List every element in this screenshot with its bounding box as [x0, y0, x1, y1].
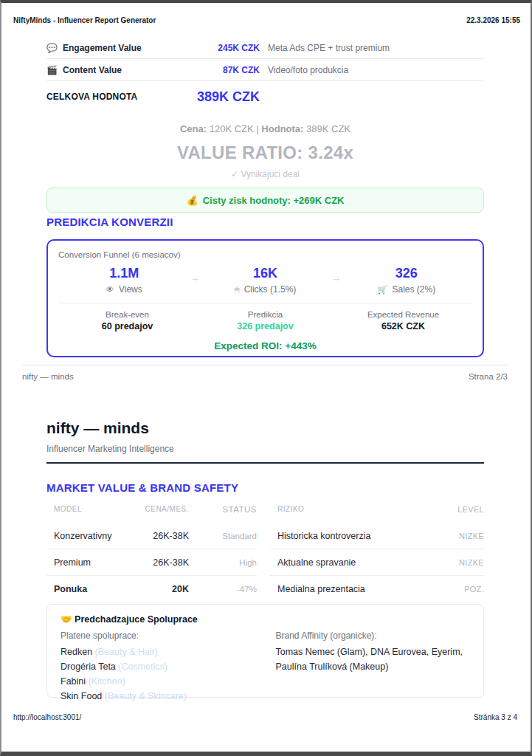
funnel-stage-clicks: 16K 🖱 Clicks (1.5%): [199, 266, 331, 295]
value-row-label: Engagement Value: [63, 43, 171, 53]
cena-value: 120K CZK: [210, 123, 254, 134]
print-header: NiftyMinds - Influencer Report Generator…: [13, 16, 520, 24]
pricing-table: MODEL CENA/MES. STATUS Konzervativny 26K…: [46, 502, 257, 602]
brand-logo-text: nifty — minds: [46, 419, 484, 437]
mouse-icon: 🖱: [235, 285, 240, 294]
status-cell: -47%: [189, 585, 257, 594]
value-row-label: Content Value: [63, 65, 171, 75]
total-label: CELKOVA HODNOTA: [46, 92, 171, 102]
shopping-cart-icon: 🛒: [377, 285, 387, 294]
cena-label: Cena:: [180, 123, 207, 134]
handshake-icon: 🤝: [61, 614, 72, 625]
funnel-title: Conversion Funnel (6 mesiacov): [58, 250, 472, 259]
risk-cell: Historicka kontroverzia: [277, 531, 418, 541]
hodnota-label: Hodnota:: [261, 123, 303, 134]
stage-label: 👁 Views: [58, 284, 190, 295]
stat-value: 326 predajov: [196, 321, 334, 331]
stat-expected-revenue: Expected Revenue 652K CZK: [334, 310, 472, 331]
table-row: Aktualne spravanie NIZKE: [270, 549, 484, 576]
section-heading-prediction: PREDIKCIA KONVERZII: [46, 216, 173, 228]
print-url: http://localhost:3001/: [13, 713, 81, 721]
separator: |: [256, 123, 258, 134]
funnel-stages: 1.1M 👁 Views → 16K 🖱 Clicks (1.5%) → 326…: [58, 266, 472, 295]
value-breakdown-table: 💬 Engagement Value 245K CZK Meta Ads CPE…: [46, 37, 484, 112]
risk-table: RIZIKO LEVEL Historicka kontroverzia NIZ…: [270, 502, 484, 602]
brand-category: (Beauty & Hair): [95, 647, 158, 657]
list-item: Skin Food (Beauty & Skincare): [61, 689, 255, 704]
collab-title-text: Predchadzajuce Spoluprace: [75, 614, 198, 625]
brand-category: (Kitchen): [89, 676, 125, 687]
stage-label-text: Clicks (1.5%): [244, 284, 297, 295]
money-bag-icon: 💰: [186, 195, 198, 206]
value-row-description: Video/foto produkcia: [268, 65, 348, 75]
net-profit-text: Cisty zisk hodnoty: +269K CZK: [203, 195, 345, 206]
model-cell: Premium: [54, 557, 130, 568]
brand-subtitle: Influencer Marketing Intelligence: [46, 444, 484, 454]
column-header: STATUS: [189, 505, 257, 514]
model-cell: Konzervativny: [54, 531, 130, 541]
funnel-stage-views: 1.1M 👁 Views: [58, 266, 190, 295]
stat-value: 652K CZK: [334, 321, 472, 331]
stage-label: 🖱 Clicks (1.5%): [199, 284, 331, 295]
brand-affinity-label: Brand Affinity (organicke):: [276, 630, 471, 641]
funnel-stats: Break-even 60 predajov Predikcia 326 pre…: [58, 310, 472, 331]
stage-label-text: Views: [119, 284, 142, 295]
pricing-table-header: MODEL CENA/MES. STATUS: [46, 502, 257, 523]
print-preview-page: NiftyMinds - Influencer Report Generator…: [0, 0, 532, 756]
previous-collaborations-card: 🤝 Predchadzajuce Spoluprace Platene spol…: [46, 604, 484, 698]
arrow-right-icon: →: [331, 272, 341, 284]
stage-label: 🛒 Sales (2%): [341, 284, 472, 295]
brand-category: (Cosmetics): [118, 662, 167, 672]
arrow-right-icon: →: [190, 272, 199, 284]
deal-verdict: ✓ Vynikajuci deal: [46, 169, 484, 179]
total-value: 389K CZK: [171, 89, 260, 105]
hodnota-value: 389K CZK: [306, 123, 350, 134]
value-ratio-block: Cena: 120K CZK | Hodnota: 389K CZK VALUE…: [46, 123, 484, 179]
print-datetime: 22.3.2026 15:55: [466, 16, 520, 24]
brand-affinity-list: Tomas Nemec (Glam), DNA Eurovea, Eyerim,…: [276, 645, 471, 674]
eye-icon: 👁: [106, 285, 114, 294]
price-cell: 20K: [130, 584, 189, 594]
value-ratio-headline: VALUE RATIO: 3.24x: [46, 142, 484, 163]
list-item: Drogéria Teta (Cosmetics): [61, 659, 255, 674]
level-cell: NIZKE: [418, 558, 484, 567]
divider: [46, 462, 484, 464]
column-header: CENA/MES.: [130, 505, 189, 514]
stat-label: Expected Revenue: [334, 310, 472, 319]
level-cell: POZ.: [418, 585, 484, 594]
table-row: Premium 26K-38K High: [46, 549, 257, 576]
speech-bubble-icon: 💬: [46, 43, 63, 53]
collab-columns: Platene spoluprace: Redken (Beauty & Hai…: [61, 630, 470, 704]
report-page3-header: nifty — minds Influencer Marketing Intel…: [46, 419, 484, 464]
risk-table-header: RIZIKO LEVEL: [270, 502, 484, 523]
market-tables: MODEL CENA/MES. STATUS Konzervativny 26K…: [46, 502, 484, 602]
brand-affinity-column: Brand Affinity (organicke): Tomas Nemec …: [276, 630, 471, 704]
level-cell: NIZKE: [418, 532, 484, 540]
stat-prediction: Predikcia 326 predajov: [196, 310, 334, 331]
column-header: MODEL: [54, 505, 130, 514]
clapperboard-icon: 🎬: [46, 65, 63, 75]
section-heading-market: MARKET VALUE & BRAND SAFETY: [46, 481, 238, 494]
stat-label: Predikcia: [196, 310, 334, 319]
price-cell: 26K-38K: [130, 531, 189, 541]
footer-brand: nifty — minds: [22, 372, 74, 381]
risk-cell: Medialna prezentacia: [277, 584, 418, 594]
print-footer: http://localhost:3001/ Stránka 3 z 4: [13, 713, 517, 721]
model-cell: Ponuka: [54, 584, 130, 594]
stage-value: 1.1M: [58, 266, 190, 281]
brand-name: Redken: [61, 647, 92, 657]
column-header: RIZIKO: [277, 505, 418, 514]
document-title: NiftyMinds - Influencer Report Generator: [13, 16, 156, 24]
report-page2-footer: nifty — minds Strana 2/3: [22, 365, 508, 381]
stat-break-even: Break-even 60 predajov: [58, 310, 196, 331]
value-row-amount: 245K CZK: [171, 43, 260, 53]
risk-cell: Aktualne spravanie: [277, 557, 418, 568]
price-vs-value-line: Cena: 120K CZK | Hodnota: 389K CZK: [46, 123, 484, 134]
stat-label: Break-even: [58, 310, 196, 319]
price-cell: 26K-38K: [130, 557, 189, 568]
stage-label-text: Sales (2%): [393, 284, 436, 295]
table-row: Medialna prezentacia POZ.: [270, 576, 484, 602]
status-cell: High: [189, 558, 257, 567]
list-item: Redken (Beauty & Hair): [61, 645, 255, 659]
print-page-number: Stránka 3 z 4: [474, 713, 517, 721]
